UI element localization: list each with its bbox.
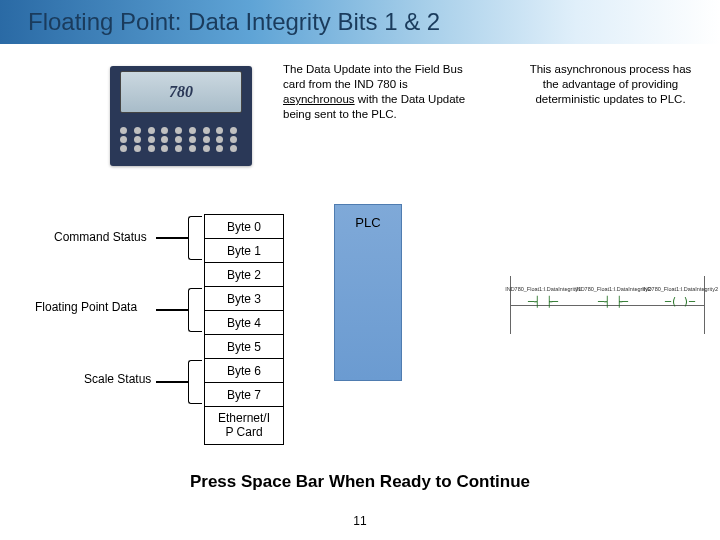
device-screen: 780 <box>120 71 241 113</box>
coil-icon: ─( )─ <box>665 296 695 307</box>
device-image: 780 <box>110 66 252 166</box>
para1-text-a: The Data Update into the Field Bus card … <box>283 63 463 90</box>
para1-underline: asynchronous <box>283 93 355 105</box>
contact-icon: ─┤ ├─ <box>598 296 628 307</box>
page-title: Floating Point: Data Integrity Bits 1 & … <box>28 8 440 36</box>
ladder-label: IND780_Float1:I.DataIntegrity2 <box>575 286 651 292</box>
label-scale-status: Scale Status <box>84 372 151 386</box>
content-area: 780 The Data Update into the Field Bus c… <box>0 44 720 540</box>
connector-fp <box>156 309 188 311</box>
device-keypad <box>120 117 241 161</box>
bracket-fp <box>188 288 202 332</box>
byte-row: Byte 3 <box>205 287 283 311</box>
ladder-label: IND780_Float1:I.DataIntegrity2 <box>642 286 718 292</box>
byte-row: Byte 5 <box>205 335 283 359</box>
contact-icon: ─┤ ├─ <box>528 296 558 307</box>
title-bar: Floating Point: Data Integrity Bits 1 & … <box>0 0 720 44</box>
label-floating-point: Floating Point Data <box>35 300 137 314</box>
page-number: 11 <box>0 514 720 528</box>
byte-row: Byte 2 <box>205 263 283 287</box>
byte-row: Byte 0 <box>205 215 283 239</box>
byte-row: Byte 4 <box>205 311 283 335</box>
ladder-diagram: IND780_Float1:I.DataIntegrity1 ─┤ ├─ IND… <box>510 276 705 334</box>
connector-cmd <box>156 237 188 239</box>
paragraph-async: The Data Update into the Field Bus card … <box>283 62 469 122</box>
plc-label: PLC <box>355 215 380 230</box>
bracket-sc <box>188 360 202 404</box>
connector-sc <box>156 381 188 383</box>
plc-box: PLC <box>334 204 402 381</box>
label-command-status: Command Status <box>54 230 147 244</box>
paragraph-advantage: This asynchronous process has the advant… <box>523 62 698 107</box>
byte-table: Byte 0 Byte 1 Byte 2 Byte 3 Byte 4 Byte … <box>204 214 284 445</box>
ladder-label: IND780_Float1:I.DataIntegrity1 <box>505 286 581 292</box>
byte-row: Byte 1 <box>205 239 283 263</box>
byte-row: Byte 6 <box>205 359 283 383</box>
byte-row-card: Ethernet/I P Card <box>205 407 283 444</box>
press-space-prompt: Press Space Bar When Ready to Continue <box>0 472 720 492</box>
byte-row: Byte 7 <box>205 383 283 407</box>
bracket-cmd <box>188 216 202 260</box>
